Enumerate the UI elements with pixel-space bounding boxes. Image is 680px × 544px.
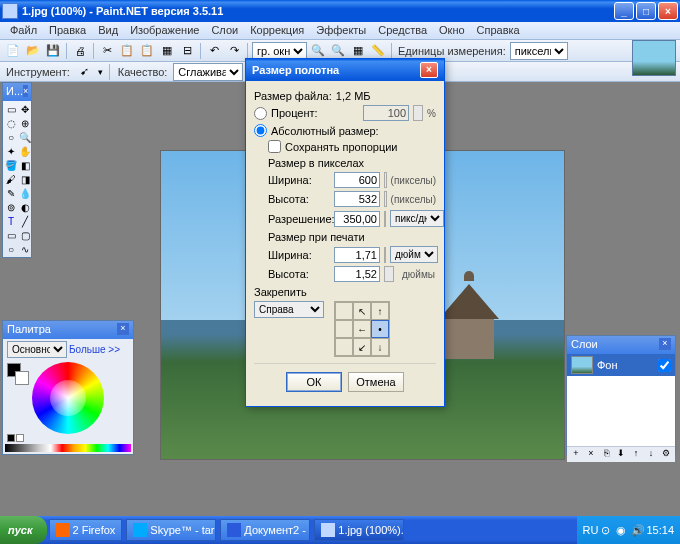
- anchor-s[interactable]: ↙: [353, 338, 371, 356]
- layer-props-icon[interactable]: ⚙: [659, 448, 673, 462]
- menu-correction[interactable]: Коррекция: [244, 22, 310, 39]
- print-icon[interactable]: 🖨: [71, 42, 89, 60]
- menu-layers[interactable]: Слои: [205, 22, 244, 39]
- task-item-paint[interactable]: 1.jpg (100%)...: [314, 519, 404, 541]
- layer-item[interactable]: Фон: [567, 354, 675, 376]
- height-spinner[interactable]: [384, 191, 387, 207]
- color-swatches-strip[interactable]: [5, 444, 131, 452]
- anchor-select[interactable]: Справа: [254, 301, 324, 318]
- anchor-w[interactable]: [335, 320, 353, 338]
- cancel-button[interactable]: Отмена: [348, 372, 404, 392]
- print-width-unit-select[interactable]: дюймы: [390, 246, 438, 263]
- task-item-skype[interactable]: Skype™ - tarr...: [126, 519, 216, 541]
- zoom-icon[interactable]: 🔍: [18, 130, 32, 144]
- zoom-out-icon[interactable]: 🔍: [309, 42, 327, 60]
- maximize-button[interactable]: □: [636, 2, 656, 20]
- ok-button[interactable]: ОК: [286, 372, 342, 392]
- doc-thumbnail[interactable]: [632, 40, 676, 76]
- open-icon[interactable]: 📂: [24, 42, 42, 60]
- absolute-radio[interactable]: [254, 124, 267, 137]
- print-height-spinner[interactable]: [384, 266, 394, 282]
- mini-swatch-white[interactable]: [16, 434, 24, 442]
- bg-color-swatch[interactable]: [15, 371, 29, 385]
- dialog-close-icon[interactable]: ×: [420, 62, 438, 78]
- clone-icon[interactable]: ⊚: [4, 200, 18, 214]
- gradient-icon[interactable]: ◧: [18, 158, 32, 172]
- lasso-icon[interactable]: ◌: [4, 116, 18, 130]
- close-button[interactable]: ×: [658, 2, 678, 20]
- layer-down-icon[interactable]: ↓: [644, 448, 658, 462]
- redo-icon[interactable]: ↷: [225, 42, 243, 60]
- anchor-c[interactable]: ←: [353, 320, 371, 338]
- tray-icon-2[interactable]: ◉: [616, 524, 628, 536]
- height-input[interactable]: [334, 191, 380, 207]
- menu-file[interactable]: Файл: [4, 22, 43, 39]
- move-icon[interactable]: ✥: [18, 102, 32, 116]
- anchor-n[interactable]: ↖: [353, 302, 371, 320]
- pan-icon[interactable]: ✋: [18, 144, 32, 158]
- ellipse-icon[interactable]: ○: [4, 242, 18, 256]
- units-select[interactable]: пикселы: [510, 42, 568, 60]
- color-mode-select[interactable]: Основной: [7, 341, 67, 358]
- cut-icon[interactable]: ✂: [98, 42, 116, 60]
- percent-radio[interactable]: [254, 107, 267, 120]
- mini-swatch-black[interactable]: [7, 434, 15, 442]
- layer-delete-icon[interactable]: ×: [584, 448, 598, 462]
- fill-icon[interactable]: 🪣: [4, 158, 18, 172]
- percent-input[interactable]: [363, 105, 409, 121]
- copy-icon[interactable]: 📋: [118, 42, 136, 60]
- resolution-spinner[interactable]: [384, 211, 386, 227]
- new-icon[interactable]: 📄: [4, 42, 22, 60]
- ruler-icon[interactable]: 📏: [369, 42, 387, 60]
- menu-window[interactable]: Окно: [433, 22, 471, 39]
- text-icon[interactable]: T: [4, 214, 18, 228]
- zoom-in-icon[interactable]: 🔍: [329, 42, 347, 60]
- layer-visible-checkbox[interactable]: [658, 359, 671, 372]
- undo-icon[interactable]: ↶: [205, 42, 223, 60]
- layer-merge-icon[interactable]: ⬇: [614, 448, 628, 462]
- resolution-unit-select[interactable]: пикс/дюйм: [390, 210, 444, 227]
- move-sel-icon[interactable]: ⊕: [18, 116, 32, 130]
- menu-image[interactable]: Изображение: [124, 22, 205, 39]
- anchor-sw[interactable]: [335, 338, 353, 356]
- tools-panel-close-icon[interactable]: ×: [23, 85, 28, 97]
- resolution-input[interactable]: [334, 211, 380, 227]
- save-icon[interactable]: 💾: [44, 42, 62, 60]
- round-rect-icon[interactable]: ▢: [18, 228, 32, 242]
- deselect-icon[interactable]: ⊟: [178, 42, 196, 60]
- tray-icon-1[interactable]: ⊙: [601, 524, 613, 536]
- layer-add-icon[interactable]: +: [569, 448, 583, 462]
- start-button[interactable]: пуск: [0, 516, 47, 544]
- color-wheel[interactable]: [32, 362, 104, 434]
- minimize-button[interactable]: _: [614, 2, 634, 20]
- anchor-se[interactable]: ↓: [371, 338, 389, 356]
- line-icon[interactable]: ╱: [18, 214, 32, 228]
- eraser-icon[interactable]: ◨: [18, 172, 32, 186]
- picker-icon[interactable]: 💧: [18, 186, 32, 200]
- print-width-spinner[interactable]: [384, 247, 386, 263]
- print-width-input[interactable]: [334, 247, 380, 263]
- anchor-e[interactable]: •: [371, 320, 389, 338]
- layers-close-icon[interactable]: ×: [659, 338, 671, 350]
- ellipse-select-icon[interactable]: ○: [4, 130, 18, 144]
- brush-icon[interactable]: 🖌: [4, 172, 18, 186]
- grid-icon[interactable]: ▦: [349, 42, 367, 60]
- layer-duplicate-icon[interactable]: ⎘: [599, 448, 613, 462]
- pencil-icon[interactable]: ✎: [4, 186, 18, 200]
- crop-icon[interactable]: ▦: [158, 42, 176, 60]
- keep-ratio-checkbox[interactable]: [268, 140, 281, 153]
- tray-icon-volume[interactable]: 🔊: [631, 524, 643, 536]
- recolor-icon[interactable]: ◐: [18, 200, 32, 214]
- tray-clock[interactable]: 15:14: [646, 524, 674, 536]
- quality-select[interactable]: Сглажива...: [173, 63, 243, 81]
- width-input[interactable]: [334, 172, 380, 188]
- zoom-select[interactable]: гр. окна: [252, 42, 307, 60]
- width-spinner[interactable]: [384, 172, 387, 188]
- menu-help[interactable]: Справка: [471, 22, 526, 39]
- wand-icon[interactable]: ✦: [4, 144, 18, 158]
- anchor-nw[interactable]: [335, 302, 353, 320]
- menu-view[interactable]: Вид: [92, 22, 124, 39]
- more-button[interactable]: Больше >>: [69, 344, 120, 355]
- paste-icon[interactable]: 📋: [138, 42, 156, 60]
- task-item-firefox[interactable]: 2 Firefox: [49, 519, 123, 541]
